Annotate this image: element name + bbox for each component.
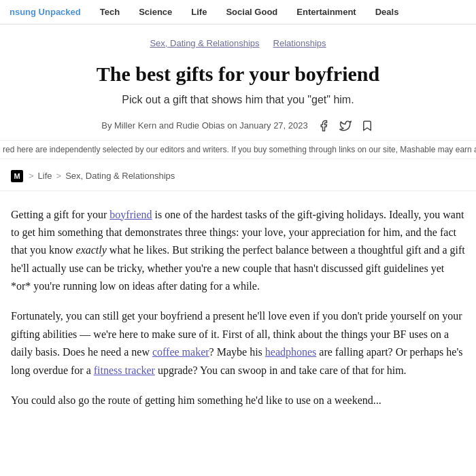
- breadcrumb-sep2: >: [56, 171, 62, 181]
- breadcrumb-relationships[interactable]: Sex, Dating & Relationships: [65, 171, 175, 181]
- site-breadcrumb: M > Life > Sex, Dating & Relationships: [0, 163, 476, 188]
- social-icons: [316, 118, 375, 133]
- nav-item-entertainment[interactable]: Entertainment: [287, 0, 365, 24]
- link-headphones[interactable]: headphones: [265, 346, 317, 358]
- divider: [0, 190, 476, 191]
- link-coffee-maker[interactable]: coffee maker: [152, 346, 209, 358]
- breadcrumb-cat1[interactable]: Sex, Dating & Relationships: [150, 38, 265, 48]
- breadcrumb-life[interactable]: Life: [38, 171, 52, 181]
- nav-item-samsung[interactable]: nsung Unpacked: [0, 0, 90, 24]
- link-boyfriend[interactable]: boyfriend: [109, 209, 152, 220]
- mashable-logo: M: [11, 170, 23, 182]
- byline-text: By Miller Kern and Rudie Obias on Januar…: [101, 120, 308, 131]
- bookmark-icon[interactable]: [360, 118, 375, 133]
- paragraph-3: You could also go the route of getting h…: [11, 392, 465, 409]
- top-nav: nsung Unpacked Tech Science Life Social …: [0, 0, 476, 24]
- article-title: The best gifts for your boyfriend: [0, 54, 476, 92]
- paragraph-1: Getting a gift for your boyfriend is one…: [11, 206, 465, 296]
- nav-item-social-good[interactable]: Social Good: [216, 0, 287, 24]
- breadcrumb-cat2[interactable]: Relationships: [273, 38, 326, 48]
- article-body: Getting a gift for your boyfriend is one…: [0, 199, 476, 410]
- nav-item-science[interactable]: Science: [129, 0, 182, 24]
- nav-item-tech[interactable]: Tech: [90, 0, 129, 24]
- breadcrumb-sep1: >: [29, 171, 34, 181]
- nav-item-deals[interactable]: Deals: [366, 0, 409, 24]
- facebook-icon[interactable]: [316, 118, 331, 133]
- article-subtitle: Pick out a gift that shows him that you …: [0, 92, 476, 114]
- article-breadcrumb: Sex, Dating & Relationships Relationship…: [0, 24, 476, 54]
- paragraph-2: Fortunately, you can still get your boyf…: [11, 307, 465, 379]
- link-fitness-tracker[interactable]: fitness tracker: [94, 364, 155, 376]
- disclaimer-bar: red here are independently selected by o…: [0, 140, 476, 159]
- byline-row: By Miller Kern and Rudie Obias on Januar…: [0, 114, 476, 136]
- nav-item-life[interactable]: Life: [182, 0, 216, 24]
- twitter-icon[interactable]: [338, 118, 353, 133]
